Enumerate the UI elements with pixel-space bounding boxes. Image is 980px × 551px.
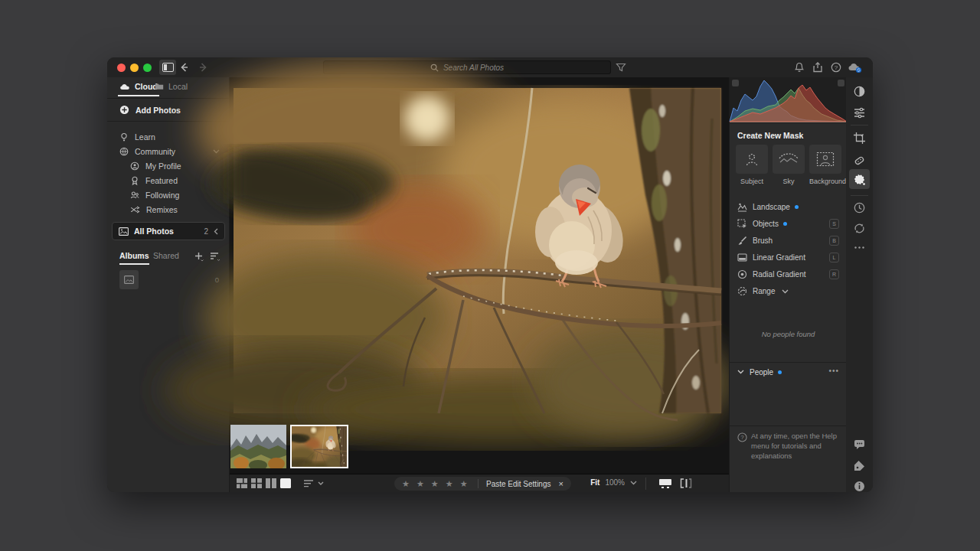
version-history-icon[interactable] bbox=[853, 201, 866, 214]
mask-tool-label: Radial Gradient bbox=[753, 270, 805, 279]
detail-view-icon[interactable] bbox=[280, 478, 291, 488]
healing-tool-icon[interactable] bbox=[853, 154, 866, 167]
help-circle-icon: ? bbox=[737, 432, 747, 442]
collapse-chevron-icon[interactable] bbox=[214, 228, 218, 235]
mask-subject-button[interactable] bbox=[736, 145, 768, 174]
sidebar-item-my-profile[interactable]: My Profile bbox=[107, 158, 229, 173]
filter-icon[interactable] bbox=[615, 61, 627, 73]
add-album-icon[interactable] bbox=[194, 252, 204, 261]
paste-edit-settings-button[interactable]: Paste Edit Settings × bbox=[479, 477, 571, 491]
learn-lightbulb-icon bbox=[119, 132, 129, 142]
desktop-background: Search All Photos ? bbox=[0, 0, 980, 551]
filmstrip bbox=[230, 423, 729, 471]
mask-sky-button[interactable] bbox=[773, 145, 805, 174]
range-chevron-icon bbox=[782, 289, 789, 294]
sidebar-item-following[interactable]: Following bbox=[107, 187, 229, 202]
tab-local[interactable]: Local bbox=[155, 82, 188, 91]
zoom-fit-label: Fit bbox=[590, 478, 599, 487]
back-arrow-icon[interactable] bbox=[178, 61, 190, 73]
star-rating[interactable]: ★ ★ ★ ★ ★ bbox=[394, 479, 473, 489]
sidebar-item-label: My Profile bbox=[145, 161, 181, 171]
titlebar: Search All Photos ? bbox=[107, 57, 873, 77]
crop-tool-icon[interactable] bbox=[853, 132, 866, 145]
sky-mask-icon bbox=[779, 152, 799, 167]
album-row[interactable]: 0 bbox=[107, 270, 230, 292]
mask-tool-landscape[interactable]: Landscape bbox=[730, 200, 847, 215]
tab-albums[interactable]: Albums bbox=[119, 251, 149, 265]
close-window-button[interactable] bbox=[117, 64, 126, 72]
mask-tool-linear-gradient[interactable]: Linear Gradient L bbox=[730, 250, 847, 266]
masking-tool-icon bbox=[853, 173, 866, 186]
photos-image-icon bbox=[119, 227, 129, 236]
mask-sky-label: Sky bbox=[773, 178, 805, 185]
sort-albums-icon[interactable] bbox=[210, 252, 220, 261]
photo-grid-view-icon[interactable] bbox=[237, 478, 247, 488]
minimize-window-button[interactable] bbox=[130, 64, 139, 72]
masking-tool-selected[interactable] bbox=[849, 169, 870, 189]
zoom-level-value: 100% bbox=[605, 478, 625, 487]
album-image-icon bbox=[124, 276, 134, 284]
radial-gradient-icon bbox=[737, 269, 747, 279]
people-label: People bbox=[750, 368, 773, 377]
mask-tool-radial-gradient[interactable]: Radial Gradient R bbox=[730, 267, 847, 282]
comments-icon[interactable] bbox=[853, 438, 866, 451]
rail-divider bbox=[851, 125, 868, 126]
tab-shared[interactable]: Shared bbox=[153, 251, 179, 260]
mask-tool-objects[interactable]: Objects S bbox=[730, 217, 847, 232]
toggle-panels-button[interactable] bbox=[159, 60, 176, 75]
mask-tool-label: Landscape bbox=[753, 203, 790, 211]
filmstrip-thumbnail-landscape[interactable] bbox=[230, 425, 286, 468]
edit-sliders-icon[interactable] bbox=[853, 106, 866, 119]
forward-arrow-icon[interactable] bbox=[198, 61, 210, 73]
people-chevron-icon bbox=[737, 370, 744, 374]
cloud-sync-icon[interactable] bbox=[847, 61, 864, 73]
share-icon[interactable] bbox=[812, 61, 824, 73]
people-more-menu[interactable]: ••• bbox=[828, 367, 839, 375]
panel-divider bbox=[730, 425, 847, 426]
help-icon[interactable]: ? bbox=[830, 61, 842, 73]
filmstrip-toggle-icon[interactable] bbox=[658, 478, 672, 488]
histogram-expand-right-button[interactable] bbox=[838, 80, 844, 86]
mask-tool-range[interactable]: Range bbox=[730, 284, 847, 299]
more-options-icon[interactable] bbox=[853, 241, 866, 254]
rail-divider bbox=[851, 195, 868, 196]
histogram[interactable] bbox=[730, 77, 847, 123]
landscape-thumb-image bbox=[230, 425, 286, 468]
range-mask-icon bbox=[737, 286, 747, 296]
create-new-mask-title: Create New Mask bbox=[737, 131, 803, 140]
sort-order-icon[interactable] bbox=[303, 478, 326, 488]
filmstrip-thumbnail-bird-selected[interactable] bbox=[290, 425, 348, 468]
active-dot bbox=[795, 205, 799, 209]
info-icon[interactable] bbox=[853, 480, 866, 492]
mask-background-button[interactable] bbox=[809, 145, 841, 174]
zoom-control[interactable]: Fit 100% bbox=[590, 478, 637, 487]
edit-tools-rail bbox=[846, 77, 873, 492]
dismiss-paste-icon[interactable]: × bbox=[559, 479, 564, 488]
all-photos-label: All Photos bbox=[134, 227, 174, 236]
all-photos-item[interactable]: All Photos 2 bbox=[112, 222, 225, 240]
sync-status-icon[interactable] bbox=[853, 222, 866, 235]
people-section-header[interactable]: People ••• bbox=[730, 367, 847, 380]
tab-cloud[interactable]: Cloud bbox=[119, 82, 158, 91]
compare-view-icon[interactable] bbox=[266, 478, 276, 488]
mask-tool-brush[interactable]: Brush B bbox=[730, 233, 847, 249]
before-after-icon[interactable] bbox=[680, 478, 692, 488]
shortcut-badge: B bbox=[829, 236, 839, 246]
remix-shuffle-icon bbox=[130, 205, 140, 214]
shortcut-badge: L bbox=[829, 253, 839, 262]
masking-panel: Create New Mask Subj bbox=[729, 77, 846, 492]
square-grid-view-icon[interactable] bbox=[251, 478, 262, 488]
panel-divider bbox=[730, 362, 847, 363]
photo-viewer[interactable] bbox=[234, 88, 721, 413]
sidebar-item-remixes[interactable]: Remixes bbox=[107, 202, 229, 217]
background-mask-icon bbox=[816, 152, 835, 167]
histogram-expand-left-button[interactable] bbox=[732, 80, 739, 86]
svg-text:?: ? bbox=[835, 64, 838, 71]
edit-light-icon[interactable] bbox=[853, 85, 866, 98]
help-hint-text: At any time, open the Help menu for tuto… bbox=[737, 432, 839, 461]
keyword-tag-icon[interactable] bbox=[853, 459, 866, 472]
zoom-window-button[interactable] bbox=[143, 64, 152, 72]
notifications-bell-icon[interactable] bbox=[793, 61, 805, 73]
subject-mask-icon bbox=[743, 152, 760, 167]
cloud-icon bbox=[119, 83, 130, 90]
